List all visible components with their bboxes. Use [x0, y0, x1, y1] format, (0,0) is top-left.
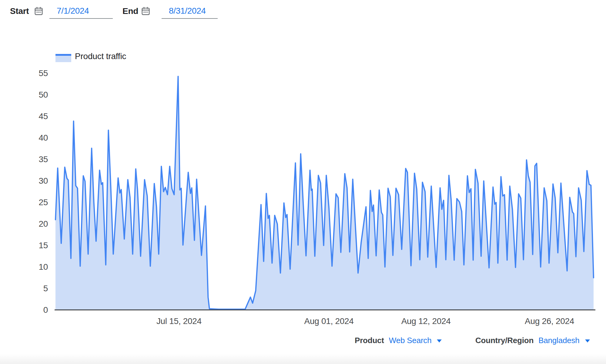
y-tick-label: 15 [15, 240, 48, 251]
end-date-input[interactable]: 8/31/2024 [162, 4, 218, 19]
country-region-label: Country/Region [475, 336, 534, 345]
y-tick-label: 5 [15, 283, 48, 294]
chart-legend: Product traffic [55, 52, 126, 62]
x-tick-label: Jul 15, 2024 [142, 316, 215, 326]
x-axis-line [55, 309, 595, 310]
start-date-label: Start [10, 6, 29, 16]
product-label: Product [355, 336, 384, 345]
y-tick-label: 10 [15, 262, 48, 272]
x-tick-label: Aug 01, 2024 [293, 316, 365, 326]
country-region-value[interactable]: Bangladesh [538, 336, 579, 345]
y-tick-label: 20 [15, 219, 48, 229]
date-range-bar: Start 7/1/2024 End 8/31/2024 [0, 0, 606, 24]
product-value[interactable]: Web Search [389, 336, 432, 345]
y-tick-label: 55 [15, 68, 48, 78]
y-tick-label: 30 [15, 176, 48, 186]
y-tick-label: 40 [15, 133, 48, 143]
y-tick-label: 45 [15, 111, 48, 122]
country-region-selector[interactable]: Country/Region Bangladesh [475, 336, 590, 345]
start-date-value: 7/1/2024 [49, 4, 113, 18]
y-tick-label: 35 [15, 154, 48, 165]
product-selector[interactable]: Product Web Search [355, 336, 442, 345]
y-tick-label: 0 [15, 305, 48, 315]
calendar-icon[interactable] [34, 6, 44, 16]
traffic-area-fill [55, 76, 594, 310]
legend-area-swatch [55, 54, 71, 62]
end-date-label: End [122, 6, 138, 16]
legend-label: Product traffic [75, 52, 126, 61]
x-tick-label: Aug 12, 2024 [390, 316, 462, 326]
y-tick-label: 25 [15, 197, 48, 208]
chevron-down-icon[interactable] [585, 339, 590, 342]
calendar-icon[interactable] [141, 6, 151, 16]
x-tick-label: Aug 26, 2024 [513, 316, 586, 326]
end-date-value: 8/31/2024 [162, 4, 218, 18]
traffic-area-chart [55, 73, 594, 310]
bottom-scroll-fade [0, 354, 606, 364]
start-date-input[interactable]: 7/1/2024 [49, 4, 113, 19]
y-tick-label: 50 [15, 90, 48, 100]
chevron-down-icon[interactable] [437, 339, 442, 342]
